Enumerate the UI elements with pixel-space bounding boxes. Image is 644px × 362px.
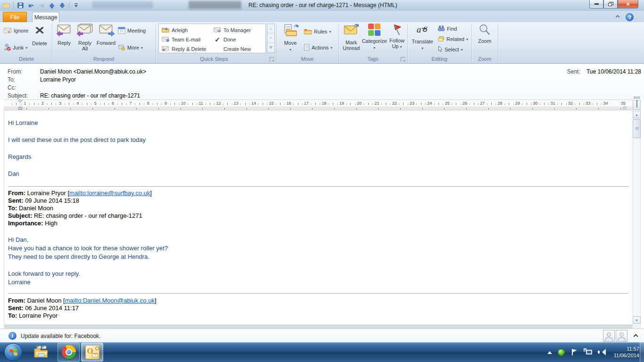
tab-message[interactable]: Message <box>32 12 59 22</box>
ruler-number: 18 <box>322 101 326 106</box>
move-button[interactable]: Move ▾ <box>280 24 301 52</box>
presence-avatar[interactable] <box>616 330 627 342</box>
body-paragraph: Dan <box>8 170 19 177</box>
horizontal-scrollbar[interactable] <box>4 324 633 329</box>
action-center-icon[interactable] <box>570 348 578 356</box>
meeting-button[interactable]: Meeting <box>118 26 146 35</box>
taskbar-explorer-button[interactable] <box>33 345 50 359</box>
gallery-down-button[interactable]: ▼ <box>267 33 274 43</box>
quoted-from-line: From: Daniel Moon [mailto:Daniel.Moon@ab… <box>8 297 157 304</box>
reply-button[interactable]: Reply <box>55 24 74 46</box>
undo-icon[interactable] <box>27 2 34 8</box>
ruler-number: 25 <box>445 101 450 106</box>
ruler-number: 12 <box>216 101 221 106</box>
down-arrow-icon: ▼ <box>269 36 272 40</box>
quick-step-team-email[interactable]: Team E-mail <box>162 35 200 44</box>
reply-icon <box>57 24 71 36</box>
help-icon: ? <box>628 15 631 20</box>
body-paragraph: Regards <box>8 153 31 160</box>
scroll-up-button[interactable]: ▲ <box>633 111 641 118</box>
ruler-tab-strip <box>4 107 633 110</box>
rules-button[interactable]: Rules ▾ <box>304 27 331 36</box>
subject-label: Subject: <box>8 92 28 99</box>
more-respond-button[interactable]: More ▾ <box>118 43 143 52</box>
quick-step-done[interactable]: ✓ Done <box>214 35 236 44</box>
ruler[interactable]: 1234567891011121314151617181920212223242… <box>4 99 633 110</box>
translate-button[interactable]: a Translate ▾ <box>410 24 435 51</box>
taskbar-chrome-button[interactable] <box>58 343 80 362</box>
follow-up-button[interactable]: Follow Up ▾ <box>388 24 406 50</box>
quoted-to-line: To: Daniel Moon <box>8 205 53 212</box>
ruler-number: 31 <box>551 101 555 106</box>
mailto-link[interactable]: mailto:lorraine@surfbay.co.uk <box>69 189 150 197</box>
cc-label: Cc: <box>8 84 16 91</box>
taskbar-clock[interactable]: 11:57 11/06/2014 <box>614 346 639 359</box>
forward-icon <box>99 24 113 36</box>
gallery-more-button[interactable]: ▼ <box>267 43 274 52</box>
ruler-number: 19 <box>339 101 344 106</box>
save-icon[interactable] <box>17 2 24 8</box>
related-button[interactable]: Related ▾ <box>438 34 468 44</box>
actions-button[interactable]: Actions ▾ <box>304 43 332 52</box>
quick-step-reply-delete[interactable]: Reply & Delete <box>162 44 206 53</box>
left-indent-marker[interactable] <box>18 107 22 110</box>
dropdown-arrow-icon: ▾ <box>400 45 402 49</box>
customize-qat-icon[interactable] <box>73 2 80 8</box>
body-paragraph: They need to be spent directly to George… <box>8 253 149 260</box>
show-desktop-button[interactable] <box>640 342 644 362</box>
taskbar-outlook-button[interactable]: O <box>81 343 103 362</box>
zoom-button[interactable]: Zoom <box>473 24 496 44</box>
quick-step-create-new[interactable]: Create New <box>214 44 251 53</box>
close-button[interactable]: × <box>618 0 638 8</box>
scroll-thumb[interactable] <box>633 119 641 138</box>
quick-steps-dialog-launcher[interactable] <box>270 57 274 62</box>
quick-step-to-manager[interactable]: To Manager <box>214 25 251 34</box>
ignore-button[interactable]: × Ignore <box>4 26 28 35</box>
tags-dialog-launcher[interactable] <box>401 57 405 62</box>
minimize-button[interactable] <box>589 0 603 8</box>
restore-button[interactable] <box>603 0 618 8</box>
presence-avatar[interactable] <box>603 330 615 342</box>
mark-unread-button[interactable]: Mark Unread <box>340 24 362 51</box>
previous-item-icon[interactable] <box>48 2 55 8</box>
quoted-sent-line: Sent: 06 June 2014 11:17 <box>8 304 79 312</box>
mailto-link[interactable]: mailto:Daniel.Moon@abiuk.co.uk <box>65 297 155 304</box>
body-paragraph: I will send these out in the post direct… <box>8 136 146 143</box>
split-handle[interactable] <box>634 97 640 99</box>
ruler-toggle-button[interactable] <box>633 100 641 110</box>
categorize-button[interactable]: Categorize ▾ <box>361 24 388 50</box>
mark-unread-icon <box>344 24 359 36</box>
reply-all-button[interactable]: Reply All <box>74 24 95 51</box>
status-message: Update available for: Facebook. <box>21 333 100 339</box>
quick-step-arleigh[interactable]: Arleigh <box>162 25 188 34</box>
help-button[interactable]: ? <box>626 13 634 21</box>
tab-file[interactable]: File <box>3 12 27 22</box>
show-hidden-icons-button[interactable] <box>547 349 552 354</box>
find-button[interactable]: Find <box>438 24 457 33</box>
hscroll-thumb[interactable] <box>5 325 632 328</box>
quoted-importance-line: Importance: High <box>8 220 58 227</box>
network-icon[interactable] <box>584 348 592 356</box>
group-label-move: Move <box>276 56 339 63</box>
quoted-to-line: To: Lorraine Pryor <box>8 312 58 319</box>
quoted-divider <box>8 293 628 294</box>
quick-steps-scroll: ▲ ▼ ▼ <box>267 24 275 53</box>
right-indent-marker[interactable] <box>622 104 627 109</box>
forward-button[interactable]: Forward <box>95 24 117 46</box>
scroll-down-button[interactable]: ▼ <box>633 316 641 324</box>
delete-button[interactable]: × Delete <box>28 24 51 46</box>
start-button[interactable] <box>4 343 22 361</box>
ruler-number: 23 <box>410 101 414 106</box>
ruler-number: 8 <box>147 101 149 106</box>
message-body[interactable]: Hi Lorraine I will send these out in the… <box>4 110 633 324</box>
status-orb-icon[interactable] <box>558 349 565 356</box>
ruler-number: 11 <box>199 101 203 106</box>
next-item-icon[interactable] <box>58 2 66 8</box>
expand-chevron-icon[interactable] <box>634 334 638 339</box>
gallery-up-button[interactable]: ▲ <box>267 24 274 33</box>
junk-button[interactable]: Junk ▾ <box>4 43 27 52</box>
scroll-track[interactable] <box>633 118 641 316</box>
select-button[interactable]: Select ▾ <box>438 45 463 54</box>
volume-icon[interactable] <box>598 348 606 356</box>
collapse-ribbon-button[interactable] <box>615 15 620 19</box>
